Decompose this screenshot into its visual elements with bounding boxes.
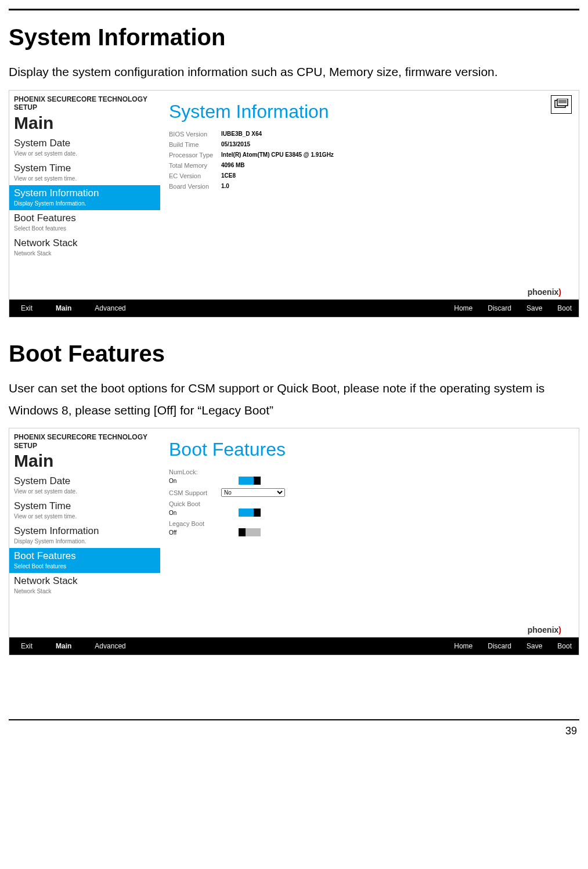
- sidebar-item-system-time[interactable]: System TimeView or set system time.: [9, 160, 160, 185]
- nav-discard[interactable]: Discard: [488, 304, 511, 312]
- bios-brand-2: PHOENIX SECURECORE TECHNOLOGY SETUP: [9, 428, 160, 451]
- quickboot-toggle[interactable]: [239, 509, 261, 517]
- row-ec-version: EC Version1CE8: [169, 172, 579, 179]
- csm-select[interactable]: No: [221, 488, 285, 497]
- bios-sidebar-2: PHOENIX SECURECORE TECHNOLOGY SETUP Main…: [9, 428, 160, 634]
- sidebar-item-boot-features-2[interactable]: Boot FeaturesSelect Boot features: [9, 548, 160, 573]
- nav-boot[interactable]: Boot: [557, 304, 572, 312]
- phoenix-logo-2: phoenix): [528, 625, 561, 634]
- nav-advanced[interactable]: Advanced: [95, 304, 125, 312]
- legacyboot-value: Off: [169, 529, 215, 536]
- sidebar-item-system-date[interactable]: System DateView or set system date.: [9, 135, 160, 160]
- nav-exit-2[interactable]: Exit: [21, 642, 33, 650]
- row-processor-type: Processor TypeIntel(R) Atom(TM) CPU E384…: [169, 152, 579, 158]
- row-bios-version: BIOS VersionIUBE3B_D X64: [169, 131, 579, 138]
- legacyboot-toggle[interactable]: [239, 528, 261, 536]
- boot-content: Boot Features NumLock: On CSM Support No…: [169, 428, 579, 634]
- phoenix-logo: phoenix): [528, 287, 561, 297]
- nav-home[interactable]: Home: [454, 304, 472, 312]
- nav-boot-2[interactable]: Boot: [557, 642, 572, 650]
- row-build-time: Build Time05/13/2015: [169, 141, 579, 148]
- nav-home-2[interactable]: Home: [454, 642, 472, 650]
- nav-main-2[interactable]: Main: [56, 642, 71, 650]
- row-legacy-boot: Legacy Boot Off: [169, 520, 579, 536]
- section-heading-sysinfo: System Information: [9, 24, 579, 51]
- nav-advanced-2[interactable]: Advanced: [95, 642, 125, 650]
- row-quick-boot: Quick Boot On: [169, 500, 579, 517]
- numlock-value: On: [169, 478, 215, 484]
- sysinfo-description: Display the system configuration informa…: [9, 61, 579, 83]
- screen-icon: [551, 95, 572, 114]
- bios-sidebar-head: Main: [9, 113, 160, 135]
- content-title-boot: Boot Features: [169, 428, 579, 465]
- nav-exit[interactable]: Exit: [21, 304, 33, 312]
- page-number: 39: [9, 725, 577, 737]
- sidebar-item-boot-features[interactable]: Boot FeaturesSelect Boot features: [9, 210, 160, 235]
- sidebar-item-system-time-2[interactable]: System TimeView or set system time.: [9, 498, 160, 523]
- boot-screenshot: PHOENIX SECURECORE TECHNOLOGY SETUP Main…: [9, 428, 579, 655]
- boot-description: User can set the boot options for CSM su…: [9, 377, 579, 421]
- nav-discard-2[interactable]: Discard: [488, 642, 511, 650]
- nav-main[interactable]: Main: [56, 304, 71, 312]
- bios-sidebar-head-2: Main: [9, 451, 160, 473]
- bios-bottom-bar: Exit Main Advanced Home Discard Save Boo…: [9, 300, 579, 317]
- sidebar-item-system-information-2[interactable]: System InformationDisplay System Informa…: [9, 523, 160, 548]
- sysinfo-content: System Information BIOS VersionIUBE3B_D …: [169, 91, 579, 297]
- nav-save[interactable]: Save: [526, 304, 542, 312]
- bios-brand: PHOENIX SECURECORE TECHNOLOGY SETUP: [9, 91, 160, 113]
- sidebar-item-system-information[interactable]: System InformationDisplay System Informa…: [9, 185, 160, 210]
- sysinfo-screenshot: PHOENIX SECURECORE TECHNOLOGY SETUP Main…: [9, 90, 579, 318]
- top-border: [9, 9, 579, 10]
- row-numlock: NumLock: On: [169, 468, 579, 485]
- section-heading-boot: Boot Features: [9, 341, 579, 367]
- row-total-memory: Total Memory4096 MB: [169, 162, 579, 169]
- sidebar-item-network-stack-2[interactable]: Network StackNetwork Stack: [9, 573, 160, 598]
- quickboot-value: On: [169, 510, 215, 516]
- bios-sidebar: PHOENIX SECURECORE TECHNOLOGY SETUP Main…: [9, 91, 160, 297]
- row-csm-support: CSM Support No: [169, 488, 579, 497]
- sidebar-item-system-date-2[interactable]: System DateView or set system date.: [9, 473, 160, 498]
- numlock-toggle[interactable]: [239, 477, 261, 485]
- sidebar-item-network-stack[interactable]: Network StackNetwork Stack: [9, 235, 160, 260]
- svg-rect-1: [557, 99, 568, 106]
- content-title: System Information: [169, 91, 579, 127]
- row-board-version: Board Version1.0: [169, 183, 579, 190]
- bios-bottom-bar-2: Exit Main Advanced Home Discard Save Boo…: [9, 637, 579, 655]
- bottom-border: [9, 719, 579, 720]
- nav-save-2[interactable]: Save: [526, 642, 542, 650]
